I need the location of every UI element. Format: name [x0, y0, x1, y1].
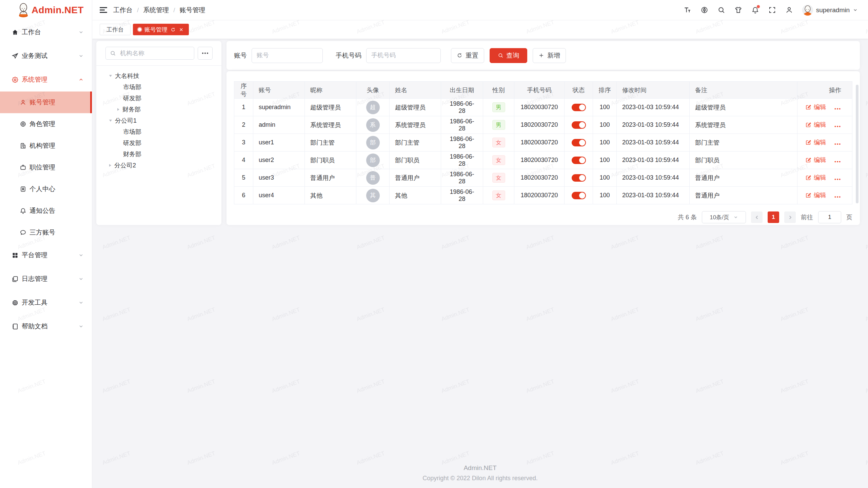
account-table-panel: 序号 账号 昵称 头像 姓名 出生日期 性别 手机号码 状态 排序 修改时间 备… [226, 71, 860, 225]
cell-order: 100 [593, 151, 617, 169]
tree-node[interactable]: 大名科技 [96, 70, 221, 81]
edit-button[interactable]: 编辑 [805, 138, 826, 146]
table-header-row: 序号 账号 昵称 头像 姓名 出生日期 性别 手机号码 状态 排序 修改时间 备… [234, 82, 852, 99]
next-page-button[interactable] [784, 211, 796, 223]
menu-collapse-icon[interactable] [100, 6, 107, 15]
search-icon[interactable] [717, 6, 725, 14]
tree-node[interactable]: 分公司2 [96, 160, 221, 171]
table-row[interactable]: 6 user4 其他 其 其他 1986-06-28 女 18020030720… [234, 187, 852, 204]
sidebar-item-third-party-account[interactable]: 三方账号 [0, 222, 92, 243]
more-actions-button[interactable]: ••• [834, 177, 841, 182]
language-icon[interactable] [701, 6, 708, 14]
cell-name: 系统管理员 [390, 116, 441, 134]
cell-actions: 编辑 ••• [797, 169, 852, 187]
caret-collapsed-icon[interactable] [117, 108, 119, 111]
more-actions-button[interactable]: ••• [834, 194, 841, 199]
sidebar-item-position-management[interactable]: 职位管理 [0, 157, 92, 178]
breadcrumb-item[interactable]: 工作台 [113, 6, 133, 15]
status-toggle[interactable] [572, 104, 586, 111]
reset-button[interactable]: 重置 [451, 48, 484, 63]
goto-page-input[interactable] [818, 211, 841, 223]
cell-remark: 普通用户 [690, 187, 797, 204]
sidebar-item-business-test[interactable]: 业务测试 [0, 44, 92, 68]
caret-expanded-icon[interactable] [109, 75, 112, 77]
scrollbar-thumb[interactable] [856, 85, 859, 203]
edit-button[interactable]: 编辑 [805, 174, 826, 182]
refresh-icon [457, 53, 462, 58]
table-row[interactable]: 5 user3 普通用户 普 普通用户 1986-06-28 女 1802003… [234, 169, 852, 187]
status-toggle[interactable] [572, 121, 586, 129]
status-toggle[interactable] [572, 157, 586, 164]
table-row[interactable]: 4 user2 部门职员 部 部门职员 1986-06-28 女 1802003… [234, 151, 852, 169]
user-icon [20, 99, 26, 106]
user-icon[interactable] [785, 6, 793, 14]
page-size-select[interactable]: 10条/页 [702, 211, 746, 223]
close-icon[interactable] [179, 27, 184, 32]
cell-modified-time: 2023-01-03 10:59:44 [617, 134, 690, 151]
sidebar-item-dev-tools[interactable]: 开发工具 [0, 291, 92, 314]
building-icon [20, 142, 26, 149]
edit-button[interactable]: 编辑 [805, 121, 826, 129]
caret-expanded-icon[interactable] [109, 120, 112, 122]
table-row[interactable]: 2 admin 系统管理员 系 系统管理员 1986-06-28 男 18020… [234, 116, 852, 134]
sidebar-item-organization-management[interactable]: 机构管理 [0, 135, 92, 157]
cell-account: user2 [253, 151, 305, 169]
edit-button[interactable]: 编辑 [805, 103, 826, 111]
account-input[interactable] [252, 48, 323, 63]
phone-input[interactable] [366, 48, 441, 63]
cell-actions: 编辑 ••• [797, 134, 852, 151]
tree-node[interactable]: 财务部 [96, 148, 221, 160]
tree-node[interactable]: 市场部 [96, 126, 221, 137]
more-actions-button[interactable]: ••• [834, 124, 841, 129]
table-row[interactable]: 3 user1 部门主管 部 部门主管 1986-06-28 女 1802003… [234, 134, 852, 151]
sidebar-item-log-management[interactable]: 日志管理 [0, 267, 92, 291]
logo[interactable]: Admin.NET [0, 0, 92, 20]
status-toggle[interactable] [572, 174, 586, 182]
user-menu[interactable]: superadmin [802, 5, 858, 16]
page-number-active[interactable]: 1 [768, 211, 779, 223]
add-button[interactable]: 新增 [533, 48, 566, 63]
font-size-icon[interactable] [684, 6, 691, 14]
pagination: 共 6 条 10条/页 1 前往 页 [678, 211, 852, 223]
chevron-down-icon [78, 276, 84, 282]
sidebar-item-role-management[interactable]: 角色管理 [0, 113, 92, 135]
tree-node[interactable]: 研发部 [96, 93, 221, 104]
notification-bell-icon[interactable] [751, 6, 759, 14]
more-actions-button[interactable]: ••• [834, 106, 841, 111]
prev-page-button[interactable] [751, 211, 763, 223]
tree-node[interactable]: 分公司1 [96, 115, 221, 126]
breadcrumb-item[interactable]: 系统管理 [143, 6, 169, 15]
edit-button[interactable]: 编辑 [805, 156, 826, 164]
cell-modified-time: 2023-01-03 10:59:44 [617, 151, 690, 169]
refresh-icon[interactable] [171, 27, 176, 32]
cell-actions: 编辑 ••• [797, 187, 852, 204]
more-actions-button[interactable]: ••• [834, 141, 841, 146]
sidebar-item-help-docs[interactable]: 帮助文档 [0, 314, 92, 338]
caret-collapsed-icon[interactable] [109, 164, 111, 167]
sidebar-item-system-management[interactable]: 系统管理 [0, 68, 92, 92]
theme-icon[interactable] [734, 6, 742, 14]
sidebar-item-notice-announcement[interactable]: 通知公告 [0, 200, 92, 222]
org-search-input[interactable] [105, 47, 194, 60]
logo-text: Admin.NET [32, 5, 84, 16]
status-toggle[interactable] [572, 139, 586, 146]
more-actions-button[interactable]: ••• [834, 159, 841, 164]
tree-more-button[interactable] [198, 47, 213, 60]
status-toggle[interactable] [572, 192, 586, 199]
tab-workbench[interactable]: 工作台 [100, 24, 131, 35]
tree-node[interactable]: 财务部 [96, 104, 221, 115]
fullscreen-icon[interactable] [768, 6, 776, 14]
tab-account-management[interactable]: 账号管理 [133, 24, 189, 35]
sidebar-item-platform-management[interactable]: 平台管理 [0, 243, 92, 267]
chevron-down-icon [733, 215, 738, 220]
tree-node[interactable]: 市场部 [96, 81, 221, 93]
sidebar-item-account-management[interactable]: 账号管理 [0, 92, 92, 113]
cell-phone: 18020030720 [514, 116, 565, 134]
edit-button[interactable]: 编辑 [805, 191, 826, 199]
cell-index: 5 [234, 169, 253, 187]
tree-node[interactable]: 研发部 [96, 137, 221, 148]
table-row[interactable]: 1 superadmin 超级管理员 超 超级管理员 1986-06-28 男 … [234, 99, 852, 116]
query-button[interactable]: 查询 [490, 48, 527, 63]
sidebar-item-workbench[interactable]: 工作台 [0, 20, 92, 44]
sidebar-item-personal-center[interactable]: 个人中心 [0, 178, 92, 200]
